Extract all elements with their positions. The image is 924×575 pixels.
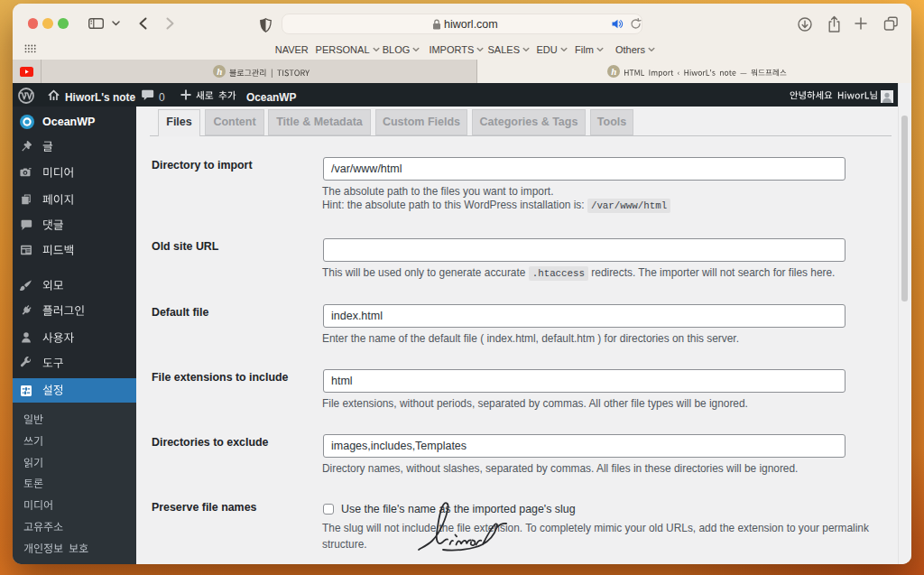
svg-text:h: h [217, 66, 222, 77]
svg-text:h: h [611, 66, 616, 77]
